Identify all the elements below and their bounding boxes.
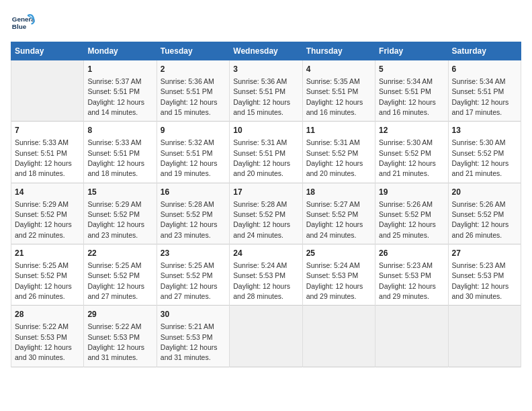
day-number: 14 [15,187,80,198]
day-info: Sunrise: 5:36 AM Sunset: 5:51 PM Dayligh… [161,77,218,116]
week-row-4: 21Sunrise: 5:25 AM Sunset: 5:52 PM Dayli… [11,244,521,306]
calendar-cell: 20Sunrise: 5:26 AM Sunset: 5:52 PM Dayli… [448,183,521,244]
day-number: 9 [161,125,226,136]
day-info: Sunrise: 5:25 AM Sunset: 5:52 PM Dayligh… [161,261,218,300]
calendar-cell [302,306,375,367]
day-info: Sunrise: 5:34 AM Sunset: 5:51 PM Dayligh… [452,77,509,116]
svg-text:Blue: Blue [12,23,27,30]
col-header-saturday: Saturday [448,42,521,60]
day-number: 13 [452,125,517,136]
day-info: Sunrise: 5:22 AM Sunset: 5:53 PM Dayligh… [15,322,72,361]
calendar-cell: 29Sunrise: 5:22 AM Sunset: 5:53 PM Dayli… [84,306,157,367]
week-row-1: 1Sunrise: 5:37 AM Sunset: 5:51 PM Daylig… [11,60,521,122]
day-number: 20 [452,187,517,198]
day-info: Sunrise: 5:35 AM Sunset: 5:51 PM Dayligh… [306,77,363,116]
calendar-cell: 4Sunrise: 5:35 AM Sunset: 5:51 PM Daylig… [302,60,375,122]
calendar-cell: 30Sunrise: 5:21 AM Sunset: 5:53 PM Dayli… [157,306,229,367]
day-number: 27 [452,248,517,259]
calendar-cell: 24Sunrise: 5:24 AM Sunset: 5:53 PM Dayli… [230,244,302,306]
day-info: Sunrise: 5:25 AM Sunset: 5:52 PM Dayligh… [87,261,144,300]
header-row: SundayMondayTuesdayWednesdayThursdayFrid… [11,42,521,60]
day-info: Sunrise: 5:29 AM Sunset: 5:52 PM Dayligh… [87,200,144,239]
day-info: Sunrise: 5:37 AM Sunset: 5:51 PM Dayligh… [87,77,144,116]
calendar-cell: 2Sunrise: 5:36 AM Sunset: 5:51 PM Daylig… [157,60,229,122]
day-info: Sunrise: 5:26 AM Sunset: 5:52 PM Dayligh… [379,200,436,239]
day-info: Sunrise: 5:34 AM Sunset: 5:51 PM Dayligh… [379,77,436,116]
calendar-cell: 16Sunrise: 5:28 AM Sunset: 5:52 PM Dayli… [157,183,229,244]
calendar-cell [230,306,302,367]
col-header-friday: Friday [375,42,448,60]
svg-text:General: General [12,15,35,23]
day-info: Sunrise: 5:26 AM Sunset: 5:52 PM Dayligh… [452,200,509,239]
week-row-3: 14Sunrise: 5:29 AM Sunset: 5:52 PM Dayli… [11,183,521,244]
calendar-cell: 23Sunrise: 5:25 AM Sunset: 5:52 PM Dayli… [157,244,229,306]
calendar-cell: 9Sunrise: 5:32 AM Sunset: 5:51 PM Daylig… [157,122,229,183]
page-header: General Blue [11,11,521,35]
day-number: 24 [233,248,298,259]
day-number: 11 [306,125,371,136]
day-info: Sunrise: 5:25 AM Sunset: 5:52 PM Dayligh… [15,261,72,300]
day-info: Sunrise: 5:21 AM Sunset: 5:53 PM Dayligh… [161,322,218,361]
logo-icon: General Blue [11,11,35,35]
day-info: Sunrise: 5:30 AM Sunset: 5:52 PM Dayligh… [379,138,436,177]
day-number: 12 [379,125,444,136]
day-info: Sunrise: 5:28 AM Sunset: 5:52 PM Dayligh… [233,200,290,239]
col-header-thursday: Thursday [302,42,375,60]
day-info: Sunrise: 5:36 AM Sunset: 5:51 PM Dayligh… [233,77,290,116]
calendar-cell: 6Sunrise: 5:34 AM Sunset: 5:51 PM Daylig… [448,60,521,122]
calendar-cell: 15Sunrise: 5:29 AM Sunset: 5:52 PM Dayli… [84,183,157,244]
day-number: 28 [15,309,80,320]
day-number: 29 [87,309,152,320]
day-number: 25 [306,248,371,259]
day-info: Sunrise: 5:32 AM Sunset: 5:51 PM Dayligh… [161,138,218,177]
calendar-cell: 21Sunrise: 5:25 AM Sunset: 5:52 PM Dayli… [11,244,84,306]
calendar-cell: 11Sunrise: 5:31 AM Sunset: 5:52 PM Dayli… [302,122,375,183]
day-info: Sunrise: 5:28 AM Sunset: 5:52 PM Dayligh… [161,200,218,239]
calendar-cell: 12Sunrise: 5:30 AM Sunset: 5:52 PM Dayli… [375,122,448,183]
calendar-cell: 28Sunrise: 5:22 AM Sunset: 5:53 PM Dayli… [11,306,84,367]
calendar-cell: 10Sunrise: 5:31 AM Sunset: 5:51 PM Dayli… [230,122,302,183]
day-number: 19 [379,187,444,198]
logo: General Blue [11,11,38,35]
calendar-cell: 26Sunrise: 5:23 AM Sunset: 5:53 PM Dayli… [375,244,448,306]
day-number: 23 [161,248,226,259]
col-header-monday: Monday [84,42,157,60]
day-info: Sunrise: 5:27 AM Sunset: 5:52 PM Dayligh… [306,200,363,239]
col-header-sunday: Sunday [11,42,84,60]
calendar-cell: 13Sunrise: 5:30 AM Sunset: 5:52 PM Dayli… [448,122,521,183]
day-number: 3 [233,64,298,75]
day-info: Sunrise: 5:24 AM Sunset: 5:53 PM Dayligh… [306,261,363,300]
day-number: 7 [15,125,80,136]
calendar-cell [375,306,448,367]
day-number: 30 [161,309,226,320]
calendar-cell: 1Sunrise: 5:37 AM Sunset: 5:51 PM Daylig… [84,60,157,122]
calendar-table: SundayMondayTuesdayWednesdayThursdayFrid… [11,42,521,367]
calendar-cell: 14Sunrise: 5:29 AM Sunset: 5:52 PM Dayli… [11,183,84,244]
day-number: 17 [233,187,298,198]
calendar-cell: 22Sunrise: 5:25 AM Sunset: 5:52 PM Dayli… [84,244,157,306]
week-row-5: 28Sunrise: 5:22 AM Sunset: 5:53 PM Dayli… [11,306,521,367]
day-info: Sunrise: 5:30 AM Sunset: 5:52 PM Dayligh… [452,138,509,177]
calendar-cell: 7Sunrise: 5:33 AM Sunset: 5:51 PM Daylig… [11,122,84,183]
day-number: 8 [87,125,152,136]
day-number: 18 [306,187,371,198]
calendar-cell: 18Sunrise: 5:27 AM Sunset: 5:52 PM Dayli… [302,183,375,244]
day-number: 26 [379,248,444,259]
day-number: 15 [87,187,152,198]
col-header-wednesday: Wednesday [230,42,302,60]
day-info: Sunrise: 5:31 AM Sunset: 5:51 PM Dayligh… [233,138,290,177]
calendar-cell: 19Sunrise: 5:26 AM Sunset: 5:52 PM Dayli… [375,183,448,244]
day-number: 10 [233,125,298,136]
calendar-cell: 17Sunrise: 5:28 AM Sunset: 5:52 PM Dayli… [230,183,302,244]
day-info: Sunrise: 5:24 AM Sunset: 5:53 PM Dayligh… [233,261,290,300]
day-number: 6 [452,64,517,75]
day-info: Sunrise: 5:23 AM Sunset: 5:53 PM Dayligh… [379,261,436,300]
day-info: Sunrise: 5:31 AM Sunset: 5:52 PM Dayligh… [306,138,363,177]
day-number: 1 [87,64,152,75]
day-number: 21 [15,248,80,259]
day-info: Sunrise: 5:22 AM Sunset: 5:53 PM Dayligh… [87,322,144,361]
col-header-tuesday: Tuesday [157,42,229,60]
day-number: 16 [161,187,226,198]
calendar-cell: 3Sunrise: 5:36 AM Sunset: 5:51 PM Daylig… [230,60,302,122]
day-number: 22 [87,248,152,259]
